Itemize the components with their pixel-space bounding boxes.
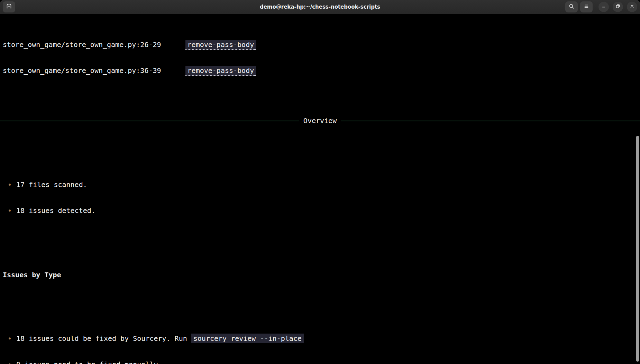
window-title: demo@reka-hp:~/chess-notebook-scripts	[0, 0, 640, 14]
fixable-issues-text: 18 issues could be fixed by Sourcery. Ru…	[16, 334, 191, 343]
bullet-icon: •	[8, 206, 12, 215]
sourcery-command-code: sourcery review --in-place	[191, 334, 304, 343]
new-tab-icon	[6, 3, 12, 11]
minimize-button[interactable]	[598, 2, 609, 12]
rule-segment-right	[341, 121, 640, 121]
titlebar: demo@reka-hp:~/chess-notebook-scripts	[0, 0, 640, 14]
files-scanned-text: 17 files scanned.	[16, 180, 87, 189]
manual-issues-text: 0 issues need to be fixed manually.	[16, 360, 162, 364]
minimize-icon	[601, 3, 606, 10]
rule-id-link[interactable]: remove-pass-body	[185, 40, 256, 50]
overview-bullet: •18 issues detected.	[3, 206, 640, 215]
fixable-issues-bullet: •18 issues could be fixed by Sourcery. R…	[3, 334, 640, 343]
overview-section-rule: Overview	[0, 116, 640, 125]
issues-by-type-heading: Issues by Type	[3, 271, 640, 279]
file-location: store_own_game/store_own_game.py:36-39	[3, 66, 161, 75]
issues-detected-text: 18 issues detected.	[16, 206, 95, 215]
close-icon	[629, 3, 635, 10]
close-button[interactable]	[627, 2, 637, 12]
scrollbar-thumb[interactable]	[636, 136, 639, 362]
rule-segment-left	[0, 121, 299, 121]
search-button[interactable]	[565, 1, 578, 12]
overview-bullet: •17 files scanned.	[3, 180, 640, 189]
scrollback-line: store_own_game/store_own_game.py:26-29re…	[3, 40, 640, 49]
maximize-button[interactable]	[613, 2, 623, 12]
hamburger-menu-icon	[584, 3, 589, 10]
menu-button[interactable]	[580, 1, 593, 12]
bullet-icon: •	[8, 180, 12, 189]
bullet-icon: •	[8, 360, 12, 364]
restore-window-icon	[615, 3, 621, 10]
search-icon	[569, 3, 574, 10]
new-tab-button[interactable]	[3, 1, 15, 12]
terminal-content[interactable]: store_own_game/store_own_game.py:26-29re…	[0, 14, 640, 364]
scrollback-line: store_own_game/store_own_game.py:36-39re…	[3, 66, 640, 75]
bullet-icon: •	[8, 334, 12, 343]
rule-id-link[interactable]: remove-pass-body	[185, 66, 256, 76]
file-location: store_own_game/store_own_game.py:26-29	[3, 40, 161, 49]
manual-issues-bullet: •0 issues need to be fixed manually.	[3, 360, 640, 364]
overview-section-title: Overview	[303, 116, 337, 125]
